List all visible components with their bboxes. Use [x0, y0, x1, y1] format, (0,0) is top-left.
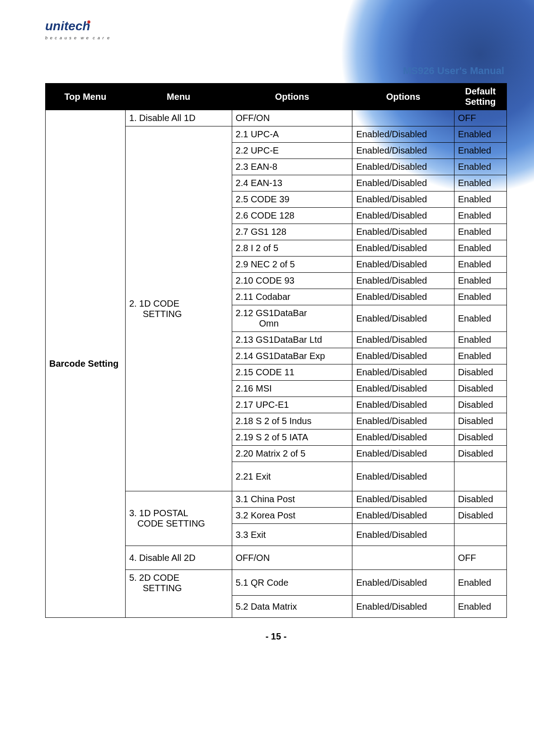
svg-point-1 [87, 20, 90, 23]
menu-line: SETTING [129, 583, 182, 593]
cell-option: 2.13 GS1DataBar Ltd [232, 332, 352, 348]
cell-option-values: Enabled/Disabled [352, 143, 454, 159]
cell-default: Disabled [454, 491, 506, 508]
unitech-logo-icon: unitech bec aus e we care [45, 18, 136, 45]
cell-option: 2.18 S 2 of 5 Indus [232, 413, 352, 429]
svg-text:e: e [50, 36, 52, 40]
cell-option: 5.1 QR Code [232, 570, 352, 596]
svg-text:w: w [81, 36, 84, 40]
menu-line: 2. 1D CODE [129, 299, 179, 308]
cell-option: 2.19 S 2 of 5 IATA [232, 429, 352, 446]
cell-default: OFF [454, 110, 506, 126]
cell-option-values: Enabled/Disabled [352, 126, 454, 143]
cell-option: 2.20 Matrix 2 of 5 [232, 446, 352, 462]
option-line: Omn [236, 318, 349, 329]
table-row: Barcode Setting 1. Disable All 1D OFF/ON… [46, 110, 507, 126]
svg-text:e: e [74, 36, 76, 40]
cell-menu: 5. 2D CODE SETTING [125, 570, 232, 618]
col-options-2: Options [352, 84, 454, 110]
cell-default: Disabled [454, 429, 506, 446]
brand-logo: unitech bec aus e we care [45, 18, 507, 47]
cell-option-values [352, 546, 454, 570]
cell-option: 3.3 Exit [232, 524, 352, 546]
document-title: MS926 User's Manual [45, 65, 507, 77]
svg-text:e: e [107, 36, 109, 40]
cell-default: Disabled [454, 508, 506, 524]
menu-line: SETTING [129, 309, 182, 319]
cell-option: 5.2 Data Matrix [232, 596, 352, 618]
cell-default: Enabled [454, 208, 506, 224]
cell-option-values: Enabled/Disabled [352, 491, 454, 508]
cell-default [454, 524, 506, 546]
cell-option: 2.9 NEC 2 of 5 [232, 257, 352, 273]
col-menu: Menu [125, 84, 232, 110]
option-line: 2.12 GS1DataBar [236, 308, 307, 318]
cell-option: OFF/ON [232, 110, 352, 126]
cell-option-values: Enabled/Disabled [352, 273, 454, 289]
svg-text:u: u [65, 36, 67, 40]
cell-option: 2.7 GS1 128 [232, 224, 352, 240]
cell-default: Enabled [454, 348, 506, 364]
cell-option-values: Enabled/Disabled [352, 570, 454, 596]
cell-default: Disabled [454, 397, 506, 413]
cell-option: 2.3 EAN-8 [232, 159, 352, 175]
cell-default: Enabled [454, 257, 506, 273]
cell-option: 2.6 CODE 128 [232, 208, 352, 224]
cell-default: Enabled [454, 596, 506, 618]
col-options-1: Options [232, 84, 352, 110]
cell-option-values: Enabled/Disabled [352, 191, 454, 208]
cell-menu: 2. 1D CODE SETTING [125, 126, 232, 491]
cell-default: Enabled [454, 224, 506, 240]
cell-default: Enabled [454, 175, 506, 191]
cell-option-values: Enabled/Disabled [352, 508, 454, 524]
cell-option-values: Enabled/Disabled [352, 596, 454, 618]
cell-default: Disabled [454, 446, 506, 462]
cell-option: 2.17 UPC-E1 [232, 397, 352, 413]
cell-option: 2.21 Exit [232, 462, 352, 491]
cell-option-values: Enabled/Disabled [352, 257, 454, 273]
cell-option-values: Enabled/Disabled [352, 289, 454, 305]
cell-default: Enabled [454, 332, 506, 348]
cell-option: 2.16 MSI [232, 381, 352, 397]
cell-option: 2.1 UPC-A [232, 126, 352, 143]
svg-text:r: r [103, 36, 104, 40]
cell-option-values: Enabled/Disabled [352, 208, 454, 224]
cell-option-values: Enabled/Disabled [352, 175, 454, 191]
svg-text:a: a [98, 36, 100, 40]
svg-text:c: c [93, 36, 95, 40]
cell-option-values [352, 110, 454, 126]
svg-text:a: a [60, 36, 62, 40]
cell-default: Enabled [454, 240, 506, 257]
cell-menu: 3. 1D POSTAL CODE SETTING [125, 491, 232, 546]
cell-option-values: Enabled/Disabled [352, 348, 454, 364]
cell-option-values: Enabled/Disabled [352, 305, 454, 332]
cell-default: Enabled [454, 289, 506, 305]
cell-option: OFF/ON [232, 546, 352, 570]
settings-table: Top Menu Menu Options Options Default Se… [45, 83, 507, 618]
cell-option-values: Enabled/Disabled [352, 446, 454, 462]
svg-text:s: s [69, 36, 71, 40]
cell-option: 2.4 EAN-13 [232, 175, 352, 191]
svg-text:b: b [45, 36, 47, 40]
cell-option-values: Enabled/Disabled [352, 429, 454, 446]
cell-option-values: Enabled/Disabled [352, 524, 454, 546]
cell-option-values: Enabled/Disabled [352, 462, 454, 491]
cell-option-values: Enabled/Disabled [352, 397, 454, 413]
cell-option: 2.11 Codabar [232, 289, 352, 305]
cell-default [454, 462, 506, 491]
cell-option: 2.12 GS1DataBar Omn [232, 305, 352, 332]
svg-text:unitech: unitech [45, 19, 90, 33]
cell-option-values: Enabled/Disabled [352, 364, 454, 381]
cell-option-values: Enabled/Disabled [352, 240, 454, 257]
svg-text:c: c [55, 36, 57, 40]
cell-default: Disabled [454, 381, 506, 397]
cell-option: 2.15 CODE 11 [232, 364, 352, 381]
cell-menu: 4. Disable All 2D [125, 546, 232, 570]
cell-option: 2.14 GS1DataBar Exp [232, 348, 352, 364]
cell-menu: 1. Disable All 1D [125, 110, 232, 126]
svg-text:e: e [86, 36, 89, 40]
cell-option: 3.2 Korea Post [232, 508, 352, 524]
menu-line: CODE SETTING [129, 518, 205, 528]
cell-option-values: Enabled/Disabled [352, 224, 454, 240]
cell-option-values: Enabled/Disabled [352, 159, 454, 175]
